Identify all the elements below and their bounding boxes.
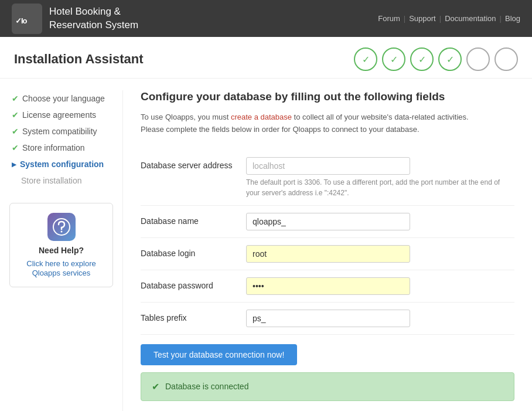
- sidebar-item-store-install: Store installation: [9, 172, 113, 189]
- step-2: ✓: [382, 47, 405, 71]
- nav-sep-1: |: [404, 14, 405, 23]
- install-title: Installation Assistant: [14, 52, 143, 67]
- sidebar-item-compatibility: ✔ System compatibility: [9, 123, 113, 140]
- form-row-tables-prefix: Tables prefix: [141, 303, 514, 335]
- form-row-db-password: Database password: [141, 270, 514, 303]
- sidebar-item-store-info: ✔ Store information: [9, 140, 113, 156]
- logo: ✓Io Hotel Booking & Reservation System: [12, 4, 138, 34]
- nav-sep-3: |: [500, 14, 502, 23]
- header-nav: Forum | Support | Documentation | Blog: [378, 14, 520, 23]
- nav-sep-2: |: [439, 14, 441, 23]
- main-content: Configure your database by filling out t…: [123, 90, 532, 411]
- input-db-password[interactable]: [246, 277, 410, 295]
- step-1: ✓: [354, 47, 377, 71]
- success-message: ✔ Database is connected: [141, 372, 514, 401]
- form-row-db-server: Database server address The default port…: [141, 150, 514, 206]
- input-tables-prefix[interactable]: [246, 310, 410, 327]
- nav-forum[interactable]: Forum: [378, 14, 400, 23]
- hint-db-server: The default port is 3306. To use a diffe…: [246, 177, 514, 198]
- step-3: ✓: [410, 47, 434, 71]
- success-text: Database is connected: [165, 382, 248, 391]
- step-4: ✓: [438, 47, 462, 71]
- form-row-db-login: Database login: [141, 238, 514, 270]
- form-row-db-name: Database name: [141, 206, 514, 238]
- success-check-icon: ✔: [152, 381, 159, 392]
- check-icon-license: ✔: [12, 110, 19, 120]
- content-title: Configure your database by filling out t…: [141, 90, 514, 103]
- check-icon-compatibility: ✔: [12, 127, 19, 136]
- help-title: Need Help?: [17, 246, 105, 255]
- input-db-login[interactable]: [246, 245, 410, 263]
- check-icon-store-info: ✔: [12, 143, 19, 152]
- field-wrap-tables-prefix: [246, 310, 514, 327]
- field-wrap-db-name: [246, 213, 514, 230]
- field-wrap-db-login: [246, 245, 514, 263]
- step-5: [466, 47, 490, 71]
- content-area: ✔ Choose your language ✔ License agreeme…: [0, 79, 532, 411]
- field-wrap-db-server: The default port is 3306. To use a diffe…: [246, 157, 514, 198]
- label-db-password: Database password: [141, 277, 246, 290]
- label-db-login: Database login: [141, 245, 246, 258]
- field-wrap-db-password: [246, 277, 514, 295]
- logo-icon: ✓Io: [12, 4, 42, 34]
- label-db-name: Database name: [141, 213, 246, 226]
- help-link[interactable]: Click here to explore Qloapps services: [26, 259, 96, 277]
- test-db-button[interactable]: Test your database connection now!: [141, 344, 297, 365]
- label-db-server: Database server address: [141, 157, 246, 170]
- input-db-name[interactable]: [246, 213, 410, 230]
- sidebar-item-license: ✔ License agreements: [9, 107, 113, 123]
- input-db-server[interactable]: [246, 157, 410, 175]
- intro-text: To use Qloapps, you must create a databa…: [141, 111, 514, 136]
- steps-indicators: ✓ ✓ ✓ ✓: [354, 47, 518, 71]
- svg-point-3: [60, 231, 62, 233]
- check-icon-language: ✔: [12, 94, 19, 103]
- nav-documentation[interactable]: Documentation: [445, 14, 496, 23]
- highlight-create-db: create a database: [231, 113, 292, 121]
- label-tables-prefix: Tables prefix: [141, 310, 246, 322]
- nav-blog[interactable]: Blog: [505, 14, 520, 23]
- sidebar-item-system-config[interactable]: System configuration: [9, 156, 113, 172]
- logo-text: Hotel Booking & Reservation System: [49, 5, 138, 31]
- sidebar-item-language: ✔ Choose your language: [9, 90, 113, 107]
- install-header: Installation Assistant ✓ ✓ ✓ ✓: [0, 37, 532, 79]
- nav-support[interactable]: Support: [409, 14, 436, 23]
- header: ✓Io Hotel Booking & Reservation System F…: [0, 0, 532, 37]
- step-6: [495, 47, 518, 71]
- help-icon: [47, 213, 76, 241]
- svg-text:✓Io: ✓Io: [15, 16, 28, 25]
- sidebar: ✔ Choose your language ✔ License agreeme…: [0, 90, 123, 411]
- help-box: Need Help? Click here to explore Qloapps…: [9, 203, 113, 287]
